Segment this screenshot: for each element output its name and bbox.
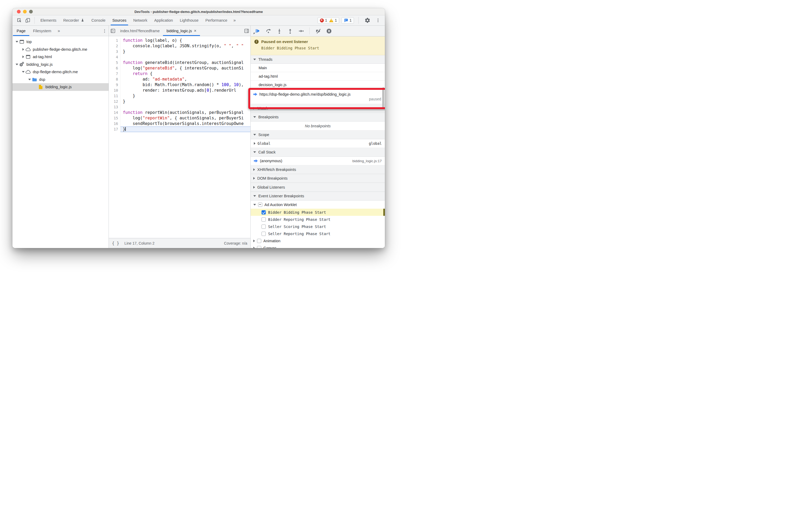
frame-location[interactable]: bidding_logic.js:17: [352, 159, 382, 163]
expander-open-icon[interactable]: [15, 64, 19, 65]
expand-panel-icon[interactable]: [243, 26, 250, 36]
step-out-button[interactable]: [285, 27, 295, 35]
thread-row[interactable]: Main: [251, 64, 385, 72]
toolbar-tab-elements[interactable]: Elements: [37, 15, 60, 25]
zoom-window-button[interactable]: [29, 10, 33, 14]
errors-warnings-badge[interactable]: 1 1: [318, 17, 339, 24]
code-text[interactable]: }: [120, 99, 250, 104]
code-text[interactable]: sendReportTo(browserSignals.interestGrou…: [120, 121, 250, 127]
line-number[interactable]: 15: [109, 115, 120, 121]
expander-open-icon[interactable]: [21, 71, 25, 73]
section-scope[interactable]: Scope: [251, 131, 385, 139]
unchecked-checkbox[interactable]: [257, 246, 261, 248]
navigator-menu-icon[interactable]: [101, 28, 108, 33]
line-number[interactable]: 12: [109, 99, 120, 104]
tab-page[interactable]: Page: [13, 26, 29, 36]
minimize-window-button[interactable]: [23, 10, 27, 14]
elb-item-bidder-bidding-phase-start[interactable]: Bidder Bidding Phase Start: [251, 209, 385, 216]
code-text[interactable]: render: interestGroup.ads[0].renderUrl: [120, 88, 250, 93]
thread-row[interactable]: decision_logic.js: [251, 80, 385, 89]
tree-item-dsp-fledge-demo-glitch-me[interactable]: dsp-fledge-demo.glitch.me: [13, 68, 109, 76]
elb-item-bidder-reporting-phase-start[interactable]: Bidder Reporting Phase Start: [251, 216, 385, 223]
line-number[interactable]: 14: [109, 110, 120, 115]
code-text[interactable]: }: [120, 127, 250, 132]
toolbar-tab-performance[interactable]: Performance: [202, 15, 231, 25]
expander-closed-icon[interactable]: [21, 55, 25, 58]
toolbar-tab-application[interactable]: Application: [151, 15, 176, 25]
tab-filesystem[interactable]: Filesystem: [29, 26, 55, 36]
code-text[interactable]: function log(label, o) {: [120, 38, 250, 43]
line-number[interactable]: 16: [109, 121, 120, 127]
collapse-sidebar-icon[interactable]: [109, 26, 117, 36]
tree-item-dsp[interactable]: dsp: [13, 76, 109, 83]
line-number[interactable]: 4: [109, 54, 120, 60]
code-text[interactable]: return {: [120, 71, 250, 77]
section-xhr-breakpoints[interactable]: XHR/fetch Breakpoints: [251, 165, 385, 174]
editor-tab-index-html[interactable]: index.html?fencedframe: [117, 26, 163, 36]
elb-item-seller-reporting-phase-start[interactable]: Seller Reporting Phase Start: [251, 230, 385, 237]
elb-item-seller-scoring-phase-start[interactable]: Seller Scoring Phase Start: [251, 223, 385, 230]
close-tab-icon[interactable]: [194, 28, 196, 33]
elb-group-ad-auction-worklet[interactable]: Ad Auction Worklet: [251, 201, 385, 209]
line-number[interactable]: 9: [109, 82, 120, 88]
toolbar-tab-recorder[interactable]: Recorder: [60, 15, 88, 25]
expander-open-icon[interactable]: [15, 41, 19, 42]
inspect-element-icon[interactable]: [15, 16, 23, 24]
unchecked-checkbox[interactable]: [262, 225, 266, 229]
step-over-button[interactable]: [264, 27, 273, 35]
checked-checkbox[interactable]: [262, 210, 266, 214]
editor-tab-bidding-logic[interactable]: bidding_logic.js: [163, 26, 200, 36]
unchecked-checkbox[interactable]: [262, 232, 266, 236]
unchecked-checkbox[interactable]: [262, 217, 266, 222]
step-into-button[interactable]: [275, 27, 284, 35]
section-breakpoints[interactable]: Breakpoints: [251, 113, 385, 121]
code-text[interactable]: bid: Math.floor(Math.random() * 100, 10)…: [120, 82, 250, 88]
code-text[interactable]: }: [120, 93, 250, 99]
toolbar-tab-network[interactable]: Network: [130, 15, 151, 25]
indeterminate-checkbox[interactable]: [258, 203, 262, 207]
elb-category-canvas[interactable]: Canvas: [251, 244, 385, 248]
elb-category-animation[interactable]: Animation: [251, 237, 385, 244]
line-number[interactable]: 13: [109, 104, 120, 110]
scope-global-row[interactable]: Global global: [251, 139, 385, 148]
toolbar-tab-sources[interactable]: Sources: [109, 15, 130, 25]
code-text[interactable]: [120, 54, 250, 60]
thread-row-current[interactable]: https://dsp-fledge-demo.glitch.me/dsp/bi…: [251, 89, 385, 104]
pretty-print-icon[interactable]: { }: [112, 241, 119, 246]
tree-item-publisher-fledge-demo-glitch-me[interactable]: publisher-fledge-demo.glitch.me: [13, 46, 109, 53]
expander-open-icon[interactable]: [27, 79, 32, 80]
line-number[interactable]: 3: [109, 49, 120, 54]
thread-row[interactable]: ad-tag.html: [251, 72, 385, 80]
expander-closed-icon[interactable]: [21, 48, 25, 51]
code-text[interactable]: log("generateBid", { interestGroup, auct…: [120, 65, 250, 71]
tree-item-top[interactable]: top: [13, 38, 109, 46]
more-navigator-tabs-icon[interactable]: »: [55, 26, 62, 36]
line-number[interactable]: 8: [109, 77, 120, 82]
code-text[interactable]: console.log(label, JSON.stringify(o, " "…: [120, 43, 250, 49]
code-text[interactable]: function generateBid(interestGroup, auct…: [120, 60, 250, 65]
code-text[interactable]: [120, 104, 250, 110]
code-text[interactable]: }: [120, 49, 250, 54]
section-event-listener-breakpoints[interactable]: Event Listener Breakpoints: [251, 192, 385, 201]
code-text[interactable]: function reportWin(auctionSignals, perBu…: [120, 110, 250, 115]
unchecked-checkbox[interactable]: [257, 239, 261, 243]
more-options-icon[interactable]: [374, 16, 382, 24]
more-tabs-icon[interactable]: »: [231, 18, 239, 23]
toolbar-tab-lighthouse[interactable]: Lighthouse: [176, 15, 202, 25]
settings-gear-icon[interactable]: [363, 16, 372, 24]
code-editor[interactable]: 1function log(label, o) {2 console.log(l…: [109, 36, 250, 238]
call-stack-frame[interactable]: (anonymous) bidding_logic.js:17: [251, 157, 385, 165]
section-threads[interactable]: Threads: [251, 55, 385, 64]
issues-badge[interactable]: 1: [341, 17, 354, 24]
toolbar-tab-console[interactable]: Console: [88, 15, 109, 25]
scrollbar-thumb[interactable]: [382, 88, 384, 109]
line-number[interactable]: 11: [109, 93, 120, 99]
section-global-listeners[interactable]: Global Listeners: [251, 183, 385, 192]
line-number[interactable]: 2: [109, 43, 120, 49]
tree-item-ad-tag-html[interactable]: ad-tag.html: [13, 53, 109, 61]
line-number[interactable]: 7: [109, 71, 120, 77]
pause-on-exceptions-button[interactable]: [324, 27, 334, 35]
code-text[interactable]: log("reportWin", { auctionSignals, perBu…: [120, 115, 250, 121]
line-number[interactable]: 10: [109, 88, 120, 93]
device-toolbar-icon[interactable]: [23, 16, 32, 24]
